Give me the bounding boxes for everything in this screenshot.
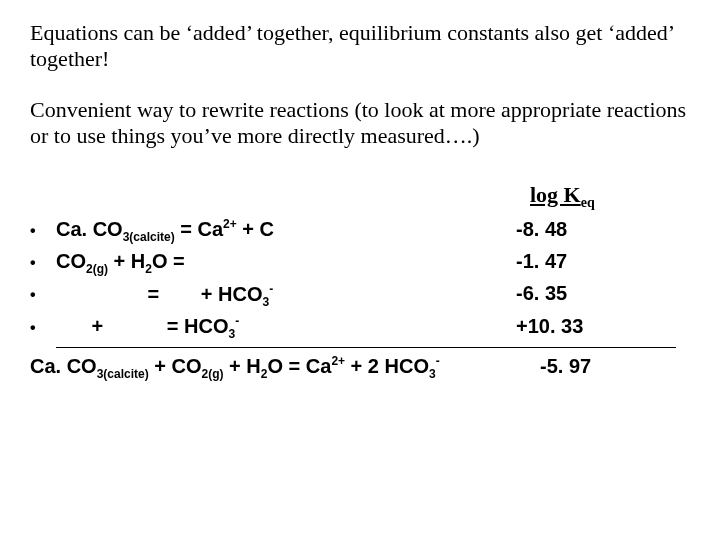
log-keq-header: log Keq bbox=[530, 182, 595, 211]
equation-row-3: • = + HCO3- -6. 35 bbox=[30, 282, 690, 309]
equation-1: Ca. CO3(calcite) = Ca2+ + C bbox=[56, 217, 516, 244]
result-value: -5. 97 bbox=[540, 355, 591, 378]
result-equation: Ca. CO3(calcite) + CO2(g) + H2O = Ca2+ +… bbox=[30, 354, 540, 381]
log-keq-prefix: log K bbox=[530, 182, 581, 207]
bullet-icon: • bbox=[30, 282, 56, 308]
value-4: +10. 33 bbox=[516, 315, 583, 338]
intro-paragraph-2: Convenient way to rewrite reactions (to … bbox=[30, 97, 690, 150]
equation-row-1: • Ca. CO3(calcite) = Ca2+ + C -8. 48 bbox=[30, 217, 690, 244]
value-1: -8. 48 bbox=[516, 218, 567, 241]
value-3: -6. 35 bbox=[516, 282, 567, 305]
equation-row-2: • CO2(g) + H2O = -1. 47 bbox=[30, 250, 690, 276]
hidden-box-3a bbox=[56, 283, 142, 307]
hidden-box-4b bbox=[109, 316, 167, 340]
intro-paragraph-1: Equations can be ‘added’ together, equil… bbox=[30, 20, 690, 73]
bullet-icon: • bbox=[30, 218, 56, 244]
value-2: -1. 47 bbox=[516, 250, 567, 273]
equation-row-4: • + = HCO3- +10. 33 bbox=[30, 314, 690, 341]
hidden-box-2 bbox=[190, 250, 284, 274]
sum-divider bbox=[56, 347, 676, 348]
bullet-icon: • bbox=[30, 250, 56, 276]
hidden-box-1 bbox=[274, 218, 372, 242]
bullet-icon: • bbox=[30, 315, 56, 341]
hidden-box-4a bbox=[56, 316, 86, 340]
log-keq-sub: eq bbox=[581, 195, 595, 210]
result-row: Ca. CO3(calcite) + CO2(g) + H2O = Ca2+ +… bbox=[30, 354, 690, 381]
equation-4: + = HCO3- bbox=[56, 314, 516, 341]
equation-2: CO2(g) + H2O = bbox=[56, 250, 516, 276]
hidden-box-3b bbox=[165, 283, 201, 307]
column-header-row: log Keq bbox=[30, 182, 690, 211]
equation-3: = + HCO3- bbox=[56, 282, 516, 309]
